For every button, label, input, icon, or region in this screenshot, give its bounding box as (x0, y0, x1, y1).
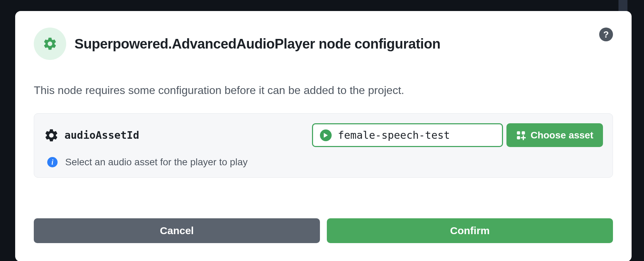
param-name-label: audioAssetId (64, 129, 139, 141)
info-text: Select an audio asset for the player to … (65, 157, 248, 168)
config-panel: audioAssetId female-speech-test (34, 113, 613, 178)
dialog-header: Superpowered.AdvancedAudioPlayer node co… (34, 28, 613, 60)
asset-input-group: female-speech-test Choose asset (312, 123, 603, 147)
cancel-button[interactable]: Cancel (34, 218, 320, 243)
info-icon: i (47, 157, 58, 167)
config-label-group: audioAssetId (44, 128, 306, 143)
help-button[interactable]: ? (599, 28, 613, 41)
gear-icon (44, 128, 59, 143)
background-decoration (618, 0, 627, 11)
confirm-button[interactable]: Confirm (327, 218, 613, 243)
asset-display-field[interactable]: female-speech-test (312, 123, 503, 147)
dialog-description: This node requires some configuration be… (34, 84, 613, 97)
gear-icon (42, 36, 58, 51)
svg-rect-1 (522, 131, 525, 134)
node-configuration-dialog: ? Superpowered.AdvancedAudioPlayer node … (15, 11, 632, 261)
grid-plus-icon (516, 130, 526, 140)
dialog-title: Superpowered.AdvancedAudioPlayer node co… (74, 36, 440, 52)
choose-asset-button[interactable]: Choose asset (506, 123, 603, 147)
choose-asset-label: Choose asset (531, 130, 593, 141)
asset-value: female-speech-test (338, 129, 450, 141)
config-row: audioAssetId female-speech-test (44, 123, 603, 147)
dialog-actions: Cancel Confirm (34, 218, 613, 243)
svg-rect-0 (517, 131, 520, 134)
svg-rect-2 (517, 136, 520, 139)
play-icon (320, 129, 332, 141)
info-row: i Select an audio asset for the player t… (44, 157, 603, 168)
gear-icon-badge (34, 28, 66, 60)
